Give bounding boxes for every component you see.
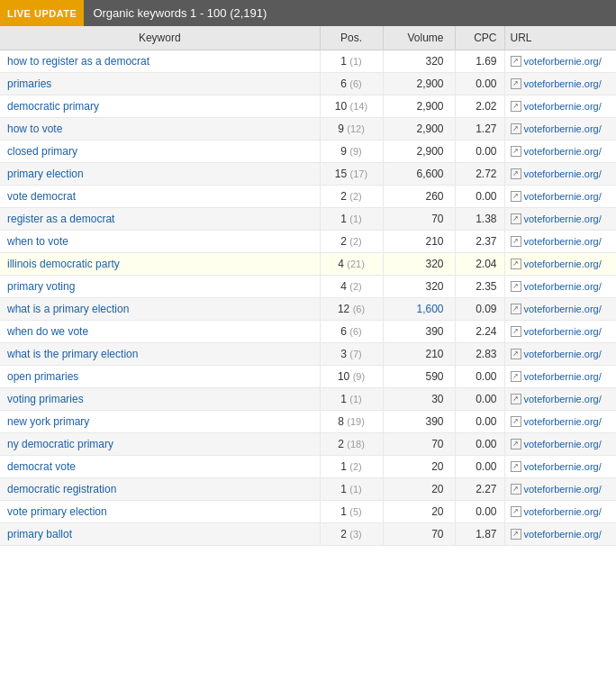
keyword-link[interactable]: democratic primary xyxy=(7,100,99,113)
pos-cell: 3 (7) xyxy=(320,343,383,366)
keyword-link[interactable]: register as a democrat xyxy=(7,213,114,225)
url-link[interactable]: voteforbernie.org/ xyxy=(511,259,610,269)
volume-cell: 70 xyxy=(383,433,455,456)
keyword-link[interactable]: primary election xyxy=(7,168,84,180)
keyword-link[interactable]: primary ballot xyxy=(7,528,72,540)
volume-cell: 320 xyxy=(383,50,455,73)
keyword-link[interactable]: illinois democratic party xyxy=(7,258,120,270)
external-link-icon xyxy=(511,484,521,495)
keyword-link[interactable]: ny democratic primary xyxy=(7,438,113,450)
keyword-link[interactable]: when to vote xyxy=(7,235,68,248)
external-link-icon xyxy=(511,123,521,134)
table-row: register as a democrat1 (1)701.38votefor… xyxy=(0,208,616,231)
cpc-cell: 2.27 xyxy=(455,478,504,501)
volume-cell: 6,600 xyxy=(383,163,455,186)
keyword-link[interactable]: how to register as a democrat xyxy=(7,55,149,68)
url-cell: voteforbernie.org/ xyxy=(504,501,616,523)
table-row: democrat vote1 (2)200.00voteforbernie.or… xyxy=(0,456,616,478)
table-row: new york primary8 (19)3900.00voteforbern… xyxy=(0,411,616,433)
header-title: Organic keywords 1 - 100 (2,191) xyxy=(84,6,267,20)
cpc-cell: 0.00 xyxy=(455,366,504,388)
external-link-icon xyxy=(511,349,521,359)
url-link[interactable]: voteforbernie.org/ xyxy=(511,191,610,202)
url-link[interactable]: voteforbernie.org/ xyxy=(511,56,610,67)
url-cell: voteforbernie.org/ xyxy=(504,523,616,546)
table-row: democratic primary10 (14)2,9002.02votefo… xyxy=(0,95,616,118)
url-link[interactable]: voteforbernie.org/ xyxy=(511,416,610,427)
url-link[interactable]: voteforbernie.org/ xyxy=(511,506,610,517)
pos-cell: 2 (3) xyxy=(320,523,383,546)
url-link[interactable]: voteforbernie.org/ xyxy=(511,236,610,247)
cpc-cell: 2.04 xyxy=(455,253,504,276)
table-row: primary ballot2 (3)701.87voteforbernie.o… xyxy=(0,523,616,546)
url-cell: voteforbernie.org/ xyxy=(504,411,616,433)
url-cell: voteforbernie.org/ xyxy=(504,163,616,186)
url-link[interactable]: voteforbernie.org/ xyxy=(511,529,610,540)
volume-cell: 390 xyxy=(383,321,455,343)
external-link-icon xyxy=(511,326,521,337)
url-link[interactable]: voteforbernie.org/ xyxy=(511,146,610,157)
url-link[interactable]: voteforbernie.org/ xyxy=(511,101,610,112)
keyword-link[interactable]: how to vote xyxy=(7,123,62,135)
volume-cell: 2,900 xyxy=(383,118,455,141)
pos-cell: 10 (9) xyxy=(320,366,383,388)
url-cell: voteforbernie.org/ xyxy=(504,118,616,141)
external-link-icon xyxy=(511,506,521,517)
col-header-volume: Volume xyxy=(383,26,455,50)
volume-cell: 210 xyxy=(383,343,455,366)
url-link[interactable]: voteforbernie.org/ xyxy=(511,394,610,404)
url-link[interactable]: voteforbernie.org/ xyxy=(511,349,610,359)
url-link[interactable]: voteforbernie.org/ xyxy=(511,484,610,495)
volume-cell: 20 xyxy=(383,478,455,501)
volume-cell: 320 xyxy=(383,253,455,276)
keyword-link[interactable]: open primaries xyxy=(7,370,78,383)
pos-cell: 1 (1) xyxy=(320,208,383,231)
keyword-link[interactable]: vote democrat xyxy=(7,190,76,203)
url-link[interactable]: voteforbernie.org/ xyxy=(511,213,610,224)
pos-cell: 10 (14) xyxy=(320,95,383,118)
url-link[interactable]: voteforbernie.org/ xyxy=(511,304,610,314)
pos-cell: 8 (19) xyxy=(320,411,383,433)
volume-cell: 320 xyxy=(383,276,455,298)
cpc-cell: 0.00 xyxy=(455,186,504,208)
table-header-row: Keyword Pos. Volume CPC URL xyxy=(0,26,616,50)
keyword-link[interactable]: closed primary xyxy=(7,145,77,158)
url-link[interactable]: voteforbernie.org/ xyxy=(511,123,610,134)
keyword-link[interactable]: primary voting xyxy=(7,280,75,293)
pos-cell: 9 (12) xyxy=(320,118,383,141)
external-link-icon xyxy=(511,281,521,292)
url-link[interactable]: voteforbernie.org/ xyxy=(511,281,610,292)
url-link[interactable]: voteforbernie.org/ xyxy=(511,439,610,449)
keyword-link[interactable]: when do we vote xyxy=(7,325,88,338)
keyword-link[interactable]: what is the primary election xyxy=(7,348,138,360)
volume-cell: 20 xyxy=(383,456,455,478)
external-link-icon xyxy=(511,101,521,112)
volume-cell: 2,900 xyxy=(383,141,455,163)
keyword-link[interactable]: new york primary xyxy=(7,415,89,428)
url-link[interactable]: voteforbernie.org/ xyxy=(511,168,610,179)
cpc-cell: 0.00 xyxy=(455,141,504,163)
table-row: what is a primary election12 (6)1,6000.0… xyxy=(0,298,616,321)
url-cell: voteforbernie.org/ xyxy=(504,343,616,366)
keyword-link[interactable]: what is a primary election xyxy=(7,303,129,315)
live-update-badge: LIVE UPDATE xyxy=(0,0,84,26)
keyword-link[interactable]: democratic registration xyxy=(7,483,116,495)
pos-cell: 6 (6) xyxy=(320,73,383,95)
url-cell: voteforbernie.org/ xyxy=(504,388,616,411)
external-link-icon xyxy=(511,236,521,247)
keyword-link[interactable]: democrat vote xyxy=(7,460,76,473)
url-link[interactable]: voteforbernie.org/ xyxy=(511,461,610,472)
table-row: democratic registration1 (1)202.27votefo… xyxy=(0,478,616,501)
table-row: primary election15 (17)6,6002.72voteforb… xyxy=(0,163,616,186)
url-link[interactable]: voteforbernie.org/ xyxy=(511,371,610,382)
table-row: ny democratic primary2 (18)700.00votefor… xyxy=(0,433,616,456)
external-link-icon xyxy=(511,78,521,89)
url-link[interactable]: voteforbernie.org/ xyxy=(511,78,610,89)
keyword-link[interactable]: voting primaries xyxy=(7,393,84,405)
url-link[interactable]: voteforbernie.org/ xyxy=(511,326,610,337)
keyword-link[interactable]: primaries xyxy=(7,77,51,90)
external-link-icon xyxy=(511,416,521,427)
cpc-cell: 2.24 xyxy=(455,321,504,343)
url-cell: voteforbernie.org/ xyxy=(504,50,616,73)
keyword-link[interactable]: vote primary election xyxy=(7,505,107,518)
